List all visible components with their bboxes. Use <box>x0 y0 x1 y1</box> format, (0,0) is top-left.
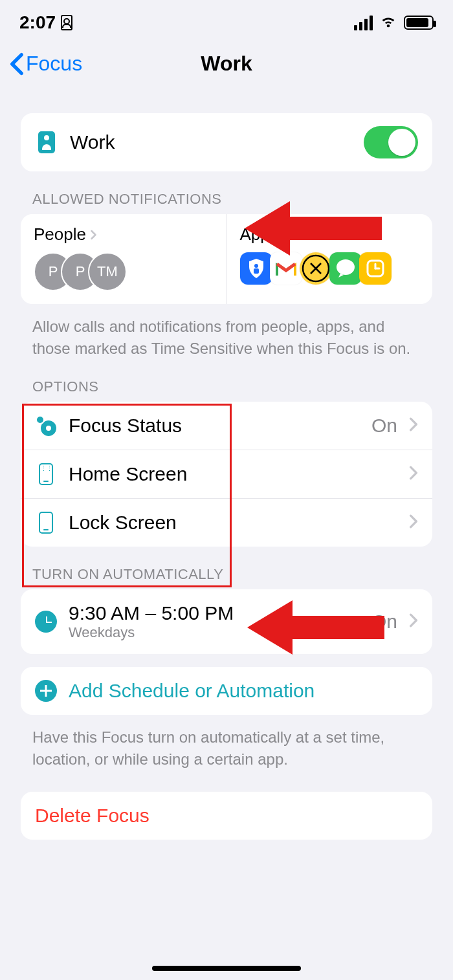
chevron-right-icon <box>409 514 418 531</box>
home-indicator[interactable] <box>152 966 301 971</box>
apps-label: Apps <box>240 224 278 245</box>
schedule-card: 9:30 AM – 5:00 PM Weekdays On <box>21 589 432 654</box>
add-schedule-card: Add Schedule or Automation <box>21 667 432 715</box>
avatar: TM <box>88 252 127 291</box>
option-label: Lock Screen <box>69 512 386 534</box>
people-label: People <box>34 224 86 245</box>
svg-rect-1 <box>254 268 259 274</box>
chevron-right-icon <box>282 224 289 245</box>
auto-header: TURN ON AUTOMATICALLY <box>21 547 432 589</box>
chevron-right-icon <box>409 613 418 630</box>
wifi-icon <box>379 12 397 33</box>
gmail-app-icon <box>270 252 302 285</box>
focus-name: Work <box>70 131 352 153</box>
option-value: On <box>371 415 397 437</box>
option-label: Focus Status <box>69 415 360 437</box>
delete-label: Delete Focus <box>35 805 149 827</box>
options-header: OPTIONS <box>21 359 432 402</box>
schedule-state: On <box>371 611 397 633</box>
clock-icon <box>35 611 57 633</box>
focus-status-icon <box>35 415 57 437</box>
schedule-time: 9:30 AM – 5:00 PM <box>69 602 360 624</box>
nav-header: Focus Work <box>0 39 453 81</box>
id-badge-icon <box>61 15 72 30</box>
lock-screen-icon <box>35 512 57 534</box>
delete-focus-button[interactable]: Delete Focus <box>21 792 432 840</box>
add-schedule-button[interactable]: Add Schedule or Automation <box>21 667 432 715</box>
chevron-right-icon <box>90 224 97 245</box>
allowed-header: ALLOWED NOTIFICATIONS <box>21 171 432 214</box>
schedule-days: Weekdays <box>69 624 360 641</box>
focus-status-row[interactable]: Focus Status On <box>21 402 432 450</box>
auto-footer: Have this Focus turn on automatically at… <box>21 715 432 770</box>
option-label: Home Screen <box>69 463 386 485</box>
focus-toggle[interactable] <box>364 126 418 158</box>
work-badge-icon <box>35 131 58 153</box>
people-avatars: P P TM <box>34 252 214 291</box>
schedule-row[interactable]: 9:30 AM – 5:00 PM Weekdays On <box>21 589 432 654</box>
plus-icon <box>35 680 57 702</box>
allowed-people-button[interactable]: People P P TM <box>21 214 227 304</box>
add-schedule-label: Add Schedule or Automation <box>69 680 418 702</box>
authenticator-app-icon <box>240 252 272 285</box>
home-screen-icon <box>35 463 57 485</box>
back-label: Focus <box>26 52 82 76</box>
allowed-footer: Allow calls and notifications from peopl… <box>21 304 432 359</box>
status-bar: 2:07 <box>0 6 453 39</box>
allowed-card: People P P TM Apps <box>21 214 432 304</box>
cellular-signal-icon <box>354 16 373 30</box>
home-screen-row[interactable]: Home Screen <box>21 450 432 498</box>
svg-point-0 <box>254 264 258 268</box>
chevron-left-icon <box>9 52 25 76</box>
lock-screen-row[interactable]: Lock Screen <box>21 498 432 547</box>
chevron-right-icon <box>409 417 418 434</box>
delete-card: Delete Focus <box>21 792 432 840</box>
chevron-right-icon <box>409 466 418 483</box>
app-icons <box>240 252 420 285</box>
clock-app-icon <box>359 252 392 285</box>
back-button[interactable]: Focus <box>9 52 82 76</box>
x-circle-app-icon <box>300 252 332 285</box>
battery-icon <box>404 16 434 30</box>
svg-point-5 <box>337 259 355 275</box>
status-time: 2:07 <box>19 12 56 33</box>
focus-toggle-card: Work <box>21 113 432 171</box>
options-card: Focus Status On Home Screen Lock Screen <box>21 402 432 547</box>
allowed-apps-button[interactable]: Apps <box>227 214 433 304</box>
messages-app-icon <box>329 252 362 285</box>
